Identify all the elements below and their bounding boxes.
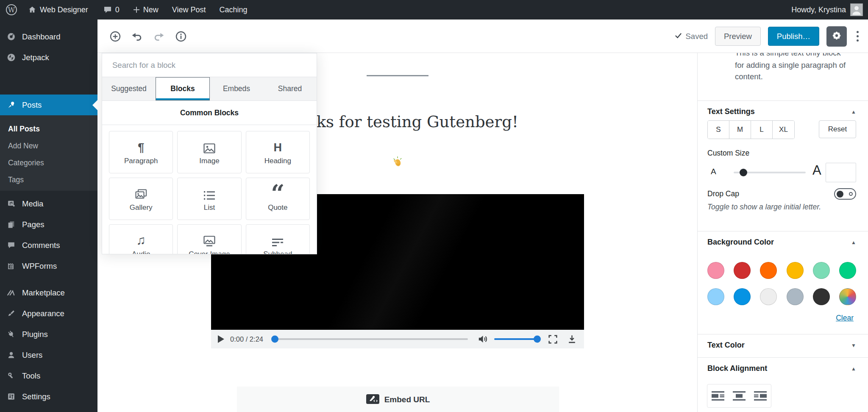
block-search-input[interactable] xyxy=(102,53,317,77)
align-left-button[interactable] xyxy=(712,391,724,401)
panel-text-color: Text Color ▼ xyxy=(698,334,868,357)
download-button[interactable] xyxy=(567,334,577,345)
clear-color-link[interactable]: Clear xyxy=(836,314,854,323)
color-swatch-pale-blue[interactable] xyxy=(707,288,724,305)
text-settings-header[interactable]: Text Settings ▲ xyxy=(698,101,868,116)
block-tile-heading[interactable]: H Heading xyxy=(246,131,310,173)
quote-icon: “ xyxy=(271,186,284,200)
video-time: 0:00 / 2:24 xyxy=(230,335,263,343)
sidebar-item-pages[interactable]: Pages xyxy=(0,214,97,235)
color-swatch-gray[interactable] xyxy=(787,288,804,305)
separator-block[interactable] xyxy=(367,75,428,76)
sidebar-item-categories[interactable]: Categories xyxy=(0,154,97,171)
color-swatch-black[interactable] xyxy=(813,288,830,305)
color-swatch-orange[interactable] xyxy=(760,262,777,279)
custom-color-swatch[interactable] xyxy=(839,288,856,305)
block-tile-audio[interactable]: ♫ Audio xyxy=(109,224,173,254)
color-swatch-green[interactable] xyxy=(839,262,856,279)
more-menu-button[interactable] xyxy=(854,28,861,44)
tab-blocks[interactable]: Blocks xyxy=(156,77,210,100)
howdy-account-menu[interactable]: Howdy, Krystina xyxy=(791,6,846,14)
custom-size-input[interactable] xyxy=(826,163,856,182)
fullscreen-button[interactable] xyxy=(548,334,558,345)
align-center-button[interactable] xyxy=(733,391,746,401)
block-tile-subhead[interactable]: Subhead xyxy=(246,224,310,254)
block-tile-gallery[interactable]: Gallery xyxy=(109,178,173,220)
comments-menu[interactable]: 0 xyxy=(103,6,120,14)
embed-label: Embed URL xyxy=(384,395,430,404)
preview-button[interactable]: Preview xyxy=(715,27,761,46)
color-swatch-light-gray[interactable] xyxy=(760,288,777,305)
mute-button[interactable] xyxy=(477,334,488,345)
font-size-xl-button[interactable]: XL xyxy=(773,121,794,139)
color-swatch-blue[interactable] xyxy=(734,288,751,305)
site-menu[interactable]: Web Designer xyxy=(28,6,88,14)
plugins-icon xyxy=(6,330,16,339)
new-label: New xyxy=(143,6,159,14)
font-size-slider-handle[interactable] xyxy=(740,169,747,176)
block-alignment-header[interactable]: Block Alignment ▲ xyxy=(698,358,868,373)
sidebar-item-tools[interactable]: Tools xyxy=(0,365,97,386)
inserter-tabs: Suggested Blocks Embeds Shared xyxy=(102,77,317,101)
video-progress-bar[interactable] xyxy=(273,338,468,340)
color-swatch-light-green[interactable] xyxy=(813,262,830,279)
content-structure-info-button[interactable] xyxy=(172,28,190,45)
wordpress-logo-icon[interactable]: W xyxy=(6,4,17,15)
block-tile-quote[interactable]: “ Quote xyxy=(246,178,310,220)
sidebar-item-dashboard[interactable]: Dashboard xyxy=(0,26,97,47)
sidebar-item-comments[interactable]: Comments xyxy=(0,235,97,256)
font-size-slider[interactable] xyxy=(734,172,806,173)
color-swatch-pink[interactable] xyxy=(707,262,724,279)
volume-slider[interactable] xyxy=(494,338,539,340)
drop-cap-toggle[interactable] xyxy=(834,188,856,200)
swatch-row-1 xyxy=(707,262,856,279)
font-size-s-button[interactable]: S xyxy=(708,121,729,139)
sidebar-item-marketplace[interactable]: Marketplace xyxy=(0,282,97,303)
sidebar-item-tags[interactable]: Tags xyxy=(0,171,97,188)
align-right-button[interactable] xyxy=(754,391,767,401)
undo-button[interactable] xyxy=(128,28,146,45)
video-controls: 0:00 / 2:24 xyxy=(211,330,584,348)
settings-gear-button[interactable] xyxy=(826,26,847,47)
view-post-link[interactable]: View Post xyxy=(172,6,206,14)
sidebar-item-jetpack[interactable]: Jetpack xyxy=(0,47,97,68)
font-size-l-button[interactable]: L xyxy=(751,121,773,139)
play-button[interactable] xyxy=(218,335,224,343)
background-color-header[interactable]: Background Color ▲ xyxy=(698,231,868,247)
tab-suggested[interactable]: Suggested xyxy=(102,77,156,100)
block-tile-cover-image[interactable]: Cover Image xyxy=(177,224,241,254)
new-menu[interactable]: New xyxy=(133,6,159,14)
sidebar-item-all-posts[interactable]: All Posts xyxy=(0,120,97,137)
color-swatch-red[interactable] xyxy=(734,262,751,279)
redo-button[interactable] xyxy=(150,28,168,45)
caching-menu[interactable]: Caching xyxy=(219,6,247,14)
sidebar-item-settings[interactable]: Settings xyxy=(0,386,97,407)
color-swatch-amber[interactable] xyxy=(787,262,804,279)
sidebar-item-wpforms[interactable]: WPForms xyxy=(0,256,97,276)
add-block-button[interactable] xyxy=(106,28,124,45)
block-tile-paragraph[interactable]: ¶ Paragraph xyxy=(109,131,173,173)
tab-shared[interactable]: Shared xyxy=(263,77,317,100)
sidebar-item-add-new[interactable]: Add New xyxy=(0,137,97,154)
text-color-header[interactable]: Text Color ▼ xyxy=(698,334,868,350)
sidebar-item-posts[interactable]: Posts xyxy=(0,95,97,115)
progress-handle[interactable] xyxy=(271,336,278,343)
comment-bubble-icon xyxy=(103,6,112,14)
tab-embeds[interactable]: Embeds xyxy=(210,77,263,100)
dashboard-icon xyxy=(6,32,16,41)
sidebar-item-media[interactable]: Media xyxy=(0,193,97,214)
block-tile-image[interactable]: Image xyxy=(177,131,241,173)
collapse-icon: ▲ xyxy=(851,366,856,372)
volume-handle[interactable] xyxy=(534,336,541,343)
publish-button[interactable]: Publish… xyxy=(768,27,819,46)
reset-button[interactable]: Reset xyxy=(819,120,856,138)
sidebar-item-plugins[interactable]: Plugins xyxy=(0,324,97,345)
sidebar-item-appearance[interactable]: Appearance xyxy=(0,303,97,324)
block-tile-list[interactable]: List xyxy=(177,178,241,220)
sidebar-item-users[interactable]: Users xyxy=(0,345,97,365)
font-size-m-button[interactable]: M xyxy=(729,121,751,139)
embed-url-block[interactable]: Embed URL xyxy=(237,387,559,412)
avatar[interactable] xyxy=(850,3,863,16)
large-a-icon: A xyxy=(812,163,821,178)
site-name: Web Designer xyxy=(40,6,88,14)
